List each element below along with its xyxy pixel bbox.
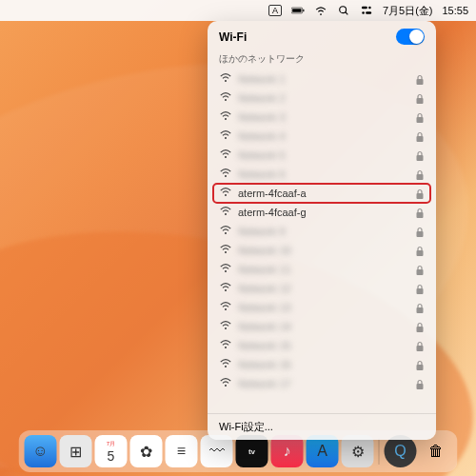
lock-icon: [415, 93, 425, 103]
lock-icon: [415, 246, 425, 255]
lock-icon: [415, 150, 425, 160]
menubar-date[interactable]: 7月5日(金): [383, 4, 433, 18]
network-name: Network 3: [238, 111, 409, 123]
dock-settings[interactable]: ⚙: [342, 435, 374, 467]
wifi-signal-icon: [219, 263, 232, 276]
network-list: Network 1Network 2Network 3Network 4Netw…: [208, 69, 436, 413]
wifi-settings-link[interactable]: Wi-Fi設定...: [208, 413, 436, 440]
dock-photos[interactable]: ✿: [130, 435, 163, 467]
network-item[interactable]: Network 9: [213, 222, 430, 241]
wifi-signal-icon: [219, 320, 232, 333]
network-item[interactable]: Network 16: [213, 355, 430, 374]
network-name: Network 10: [238, 245, 409, 256]
network-item[interactable]: Network 11: [213, 260, 430, 279]
network-item-aterm-4fcaaf-g[interactable]: aterm-4fcaaf-g: [213, 203, 430, 222]
wifi-signal-icon: [219, 301, 232, 314]
lock-icon: [415, 74, 425, 84]
dock-reminders[interactable]: ≡: [166, 435, 198, 467]
network-item-aterm-4fcaaf-a[interactable]: aterm-4fcaaf-a: [213, 184, 430, 203]
svg-point-6: [368, 7, 371, 10]
svg-rect-2: [303, 10, 304, 11]
wifi-signal-icon: [219, 91, 232, 105]
lock-icon: [415, 131, 425, 141]
lock-icon: [415, 360, 425, 369]
network-item[interactable]: Network 2: [213, 89, 430, 108]
menubar-time[interactable]: 15:55: [442, 5, 468, 16]
lock-icon: [415, 227, 425, 236]
lock-icon: [415, 112, 425, 122]
lock-icon: [415, 322, 425, 331]
network-item[interactable]: Network 17: [213, 374, 430, 393]
network-item[interactable]: Network 6: [213, 165, 430, 184]
network-name: Network 17: [238, 378, 409, 389]
svg-line-4: [346, 12, 348, 15]
wifi-signal-icon: [219, 358, 232, 371]
wifi-signal-icon: [219, 72, 232, 86]
network-name: Network 14: [238, 321, 409, 332]
lock-icon: [415, 208, 425, 217]
wifi-signal-icon: [219, 244, 232, 257]
lock-icon: [415, 379, 425, 388]
control-center-icon[interactable]: [360, 4, 373, 17]
network-item[interactable]: Network 14: [213, 317, 430, 336]
network-name: Network 16: [238, 359, 409, 370]
svg-rect-1: [292, 9, 301, 12]
dock-finder[interactable]: ☺: [25, 435, 57, 467]
dock-separator: [379, 438, 380, 465]
network-name: Network 1: [238, 73, 409, 85]
wifi-signal-icon: [219, 282, 232, 295]
network-item[interactable]: Network 10: [213, 241, 430, 260]
svg-rect-5: [362, 7, 367, 10]
network-name: Network 9: [238, 226, 409, 237]
input-source-indicator[interactable]: A: [268, 5, 282, 16]
lock-icon: [415, 188, 425, 198]
network-name: Network 2: [238, 92, 409, 104]
dock-calendar[interactable]: 7月5: [95, 435, 128, 467]
dock-trash[interactable]: 🗑: [420, 435, 452, 467]
network-name: Network 15: [238, 340, 409, 351]
network-item[interactable]: Network 4: [213, 127, 430, 146]
network-name: Network 5: [238, 149, 409, 161]
lock-icon: [415, 341, 425, 350]
wifi-signal-icon: [219, 377, 232, 390]
network-item[interactable]: Network 13: [213, 298, 430, 317]
dock-music[interactable]: ♪: [271, 435, 304, 467]
network-item[interactable]: Network 5: [213, 146, 430, 165]
dock-tv[interactable]: tv: [236, 435, 268, 467]
svg-point-7: [362, 11, 365, 14]
battery-icon[interactable]: [291, 4, 305, 17]
wifi-signal-icon: [219, 187, 232, 200]
wifi-icon[interactable]: [314, 4, 327, 17]
wifi-signal-icon: [219, 149, 232, 162]
wifi-signal-icon: [219, 206, 232, 219]
dock-appstore[interactable]: A: [307, 435, 339, 467]
network-name: Network 6: [238, 169, 409, 180]
wifi-signal-icon: [219, 110, 232, 124]
wifi-panel: Wi-Fi ほかのネットワーク Network 1Network 2Networ…: [208, 21, 436, 440]
wifi-signal-icon: [219, 129, 232, 143]
network-item[interactable]: Network 3: [213, 108, 430, 127]
dock-quicktime[interactable]: Q: [385, 435, 417, 467]
lock-icon: [415, 265, 425, 274]
network-name: Network 11: [238, 264, 409, 275]
network-name: Network 4: [238, 130, 409, 142]
network-name: aterm-4fcaaf-a: [238, 188, 409, 199]
wifi-toggle[interactable]: [396, 29, 425, 45]
network-item[interactable]: Network 1: [213, 69, 430, 89]
lock-icon: [415, 169, 425, 179]
dock-freeform[interactable]: 〰: [201, 435, 233, 467]
lock-icon: [415, 284, 425, 293]
svg-point-3: [340, 7, 347, 13]
network-item[interactable]: Network 12: [213, 279, 430, 298]
svg-rect-8: [366, 11, 371, 14]
network-item[interactable]: Network 15: [213, 336, 430, 355]
wifi-signal-icon: [219, 339, 232, 352]
lock-icon: [415, 303, 425, 312]
search-icon[interactable]: [337, 4, 350, 17]
network-name: Network 13: [238, 302, 409, 313]
menubar: A 7月5日(金) 15:55: [0, 0, 476, 21]
dock-launchpad[interactable]: ⊞: [60, 435, 92, 467]
wifi-signal-icon: [219, 168, 232, 181]
wifi-signal-icon: [219, 225, 232, 238]
network-name: Network 12: [238, 283, 409, 294]
